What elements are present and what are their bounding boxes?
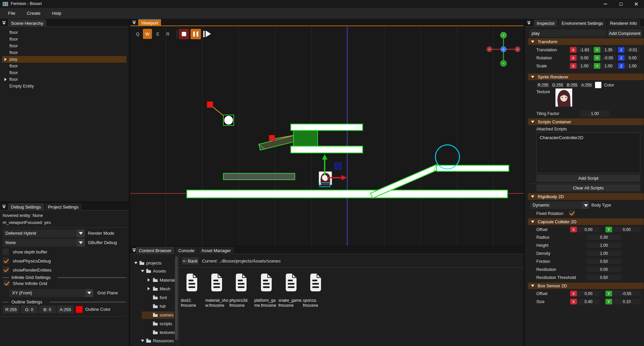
- sprite-color-swatch[interactable]: [595, 82, 601, 88]
- sensor-offset-y-field[interactable]: -0.55: [612, 291, 641, 296]
- outline-a-field[interactable]: A:255: [57, 305, 74, 313]
- file-label[interactable]: dust2.fmscene: [181, 298, 205, 308]
- entity-navy-square[interactable]: [335, 163, 341, 169]
- tab-renderer-info[interactable]: Renderer Info: [607, 19, 640, 27]
- scale-y-field[interactable]: 1.00: [601, 63, 616, 69]
- panel-collapse-icon[interactable]: [132, 20, 137, 25]
- entity-ground-platform[interactable]: [187, 190, 507, 198]
- color-a-field[interactable]: A:255: [580, 82, 593, 88]
- tree-item-resources[interactable]: Resources: [130, 337, 175, 345]
- translation-y-field[interactable]: 1.35: [601, 47, 616, 53]
- rigidbody-2d-header[interactable]: Rigidbody 2D: [528, 193, 644, 200]
- tree-item-assets[interactable]: Assets: [130, 268, 175, 275]
- scale-z-field[interactable]: 1.00: [625, 63, 640, 69]
- back-button[interactable]: <- Back: [182, 257, 199, 265]
- close-button[interactable]: [629, 0, 644, 8]
- file-label[interactable]: physics3d.fmscene: [229, 298, 254, 308]
- tab-environment-settings[interactable]: Environment Settings: [558, 19, 606, 27]
- hierarchy-item[interactable]: floor: [0, 63, 129, 69]
- gizmo-center-handle[interactable]: [322, 175, 327, 180]
- tab-viewport[interactable]: Viewport: [138, 19, 161, 26]
- sprite-renderer-header[interactable]: Sprite Renderer: [528, 73, 644, 80]
- entity-platform-top[interactable]: [291, 124, 363, 130]
- translation-x-field[interactable]: -1.83: [577, 47, 592, 53]
- panel-collapse-icon[interactable]: [2, 205, 6, 209]
- density-field[interactable]: 1.00: [586, 250, 622, 256]
- menu-help[interactable]: Help: [52, 11, 61, 16]
- outline-b-field[interactable]: B: 0: [39, 305, 56, 313]
- show-physics-debug-checkbox[interactable]: [3, 257, 9, 264]
- entity-name-input[interactable]: play: [529, 30, 606, 37]
- add-component-button[interactable]: Add Component: [608, 30, 642, 37]
- file-label[interactable]: sponza.fmscene: [303, 298, 327, 308]
- sensor-size-y-field[interactable]: 0.10: [612, 299, 641, 304]
- tab-project-settings[interactable]: Project Settings: [45, 203, 82, 211]
- restitution-field[interactable]: 0.00: [586, 267, 622, 272]
- scene-file-icon[interactable]: [309, 273, 322, 292]
- tree-item-font[interactable]: font: [130, 294, 175, 301]
- fixed-rotation-checkbox[interactable]: [569, 210, 575, 216]
- scene-canvas[interactable]: Y Y X X Z: [130, 27, 524, 246]
- entity-ball-sprite[interactable]: [224, 116, 233, 125]
- capsule-collider-2d-header[interactable]: Capsule Collider 2D: [528, 218, 644, 225]
- viewport-panel[interactable]: Viewport: [130, 19, 524, 246]
- tool-q-button[interactable]: Q: [133, 29, 142, 39]
- capsule-offset-x-field[interactable]: 0.00: [577, 227, 600, 232]
- show-depth-buffer-checkbox[interactable]: [3, 248, 9, 255]
- file-label[interactable]: platform_game.fmscene: [254, 298, 278, 308]
- chevron-right-icon[interactable]: [148, 278, 150, 282]
- panel-collapse-icon[interactable]: [527, 21, 531, 25]
- scale-x-field[interactable]: 1.00: [577, 63, 592, 69]
- scene-file-icon[interactable]: [210, 273, 223, 292]
- file-label[interactable]: material_show.fmscene: [205, 298, 229, 308]
- color-r-field[interactable]: R:255: [536, 82, 550, 88]
- rotation-y-field[interactable]: -0.00: [601, 55, 616, 61]
- tab-debug-settings[interactable]: Debug Settings: [8, 203, 44, 211]
- radius-field[interactable]: 0.30: [586, 234, 622, 240]
- chevron-right-icon[interactable]: [148, 287, 150, 290]
- pause-button[interactable]: [191, 29, 201, 39]
- capsule-offset-y-field[interactable]: 0.00: [612, 227, 641, 232]
- hierarchy-item[interactable]: floor: [0, 36, 129, 43]
- hierarchy-item[interactable]: floor: [0, 29, 129, 36]
- tree-scrollbar[interactable]: [175, 255, 178, 346]
- sensor-offset-x-field[interactable]: 0.00: [577, 291, 600, 296]
- rotation-x-field[interactable]: 0.00: [577, 55, 592, 61]
- hierarchy-item[interactable]: floor: [0, 49, 129, 56]
- tool-r-button[interactable]: R: [163, 29, 172, 39]
- tree-item-scenes-selected[interactable]: scenes: [130, 311, 175, 319]
- entity-green-block[interactable]: [293, 130, 318, 146]
- add-script-button[interactable]: Add Script: [536, 175, 640, 182]
- step-button[interactable]: [202, 29, 213, 39]
- scene-file-icon[interactable]: [185, 273, 198, 292]
- chevron-down-icon[interactable]: [134, 262, 138, 264]
- outline-color-swatch[interactable]: [76, 306, 83, 313]
- tree-item-scripts[interactable]: scripts: [130, 320, 175, 328]
- translation-z-field[interactable]: -0.01: [625, 47, 640, 53]
- show-render-entities-checkbox[interactable]: [3, 267, 9, 273]
- hierarchy-item[interactable]: floor: [0, 43, 129, 49]
- body-type-combo[interactable]: Dynamic: [530, 201, 589, 209]
- hierarchy-item[interactable]: Empty Entity: [0, 83, 129, 90]
- menu-create[interactable]: Create: [27, 11, 41, 16]
- tree-item-textures[interactable]: textures: [130, 329, 175, 336]
- hierarchy-item[interactable]: floor: [0, 76, 129, 83]
- tab-asset-manager[interactable]: Asset Manager: [199, 247, 234, 254]
- tool-w-button[interactable]: W: [143, 29, 152, 39]
- tree-item-hdr[interactable]: hdr: [130, 303, 175, 310]
- script-list-item[interactable]: CharacterController2D: [540, 135, 583, 140]
- clear-all-scripts-button[interactable]: Clear All Scripts: [536, 184, 640, 191]
- scene-file-icon[interactable]: [260, 273, 273, 292]
- panel-collapse-icon[interactable]: [2, 21, 6, 25]
- transform-header[interactable]: Transform: [528, 38, 644, 45]
- maximize-button[interactable]: [613, 0, 629, 8]
- scripts-container-header[interactable]: Scripts Container: [528, 118, 644, 125]
- scrollbar-thumb[interactable]: [175, 256, 178, 340]
- menu-file[interactable]: File: [8, 11, 15, 16]
- hierarchy-item-play-selected[interactable]: play: [2, 56, 126, 63]
- tool-e-button[interactable]: E: [153, 29, 162, 39]
- tree-item-materials[interactable]: Materials: [130, 277, 175, 284]
- tab-content-browser[interactable]: Content Browser: [136, 247, 174, 254]
- entity-gray-platform[interactable]: [223, 173, 295, 180]
- box-sensor-2d-header[interactable]: Box Sensor 2D: [528, 283, 644, 289]
